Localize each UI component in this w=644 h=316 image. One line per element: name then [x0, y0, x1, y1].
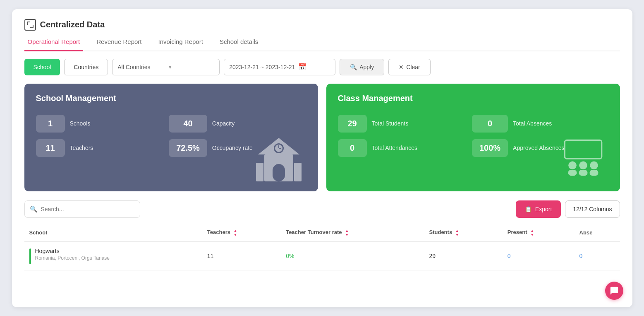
clear-button[interactable]: ✕ Clear [388, 59, 430, 75]
col-present[interactable]: Present ▲▼ [503, 224, 575, 241]
capacity-count: 40 [169, 115, 207, 133]
main-card: Centralized Data Operational Report Reve… [12, 9, 632, 307]
school-management-title: School Management [36, 94, 306, 103]
app-icon [24, 19, 36, 31]
schools-count: 1 [36, 115, 65, 133]
table-wrap: School Teachers ▲▼ Teacher Turnover rate… [24, 224, 620, 270]
total-students-count: 29 [338, 115, 367, 133]
school-filter-button[interactable]: School [24, 59, 60, 75]
search-icon-apply: 🔍 [350, 64, 357, 70]
svg-rect-15 [589, 169, 598, 176]
sort-icon-present: ▲▼ [530, 229, 534, 237]
chevron-down-icon: ▼ [168, 64, 214, 70]
class-management-card: Class Management 29 Total Students 0 Tot… [326, 84, 620, 191]
school-name: Hogwarts [35, 248, 110, 254]
icon-corners [27, 22, 34, 28]
svg-rect-8 [294, 163, 302, 181]
capacity-label: Capacity [212, 120, 306, 127]
right-controls-group: 📋 Export 12/12 Columns [516, 200, 620, 218]
svg-rect-13 [579, 169, 587, 176]
app-title: Centralized Data [40, 20, 105, 29]
tab-school-details[interactable]: School details [216, 38, 261, 51]
sort-icon-turnover: ▲▼ [345, 229, 349, 237]
svg-point-12 [579, 161, 587, 169]
col-absent: Abse [575, 224, 620, 241]
col-students[interactable]: Students ▲▼ [424, 224, 503, 241]
date-range-value: 2023-12-21 ~ 2023-12-21 [229, 64, 295, 70]
search-input[interactable] [41, 206, 135, 212]
cell-school: Hogwarts Romania, Portoceni, Orgu Tanase [24, 241, 202, 270]
table-row: Hogwarts Romania, Portoceni, Orgu Tanase… [24, 241, 620, 270]
tab-revenue[interactable]: Revenue Report [93, 38, 145, 51]
date-picker[interactable]: 2023-12-21 ~ 2023-12-21 📅 [224, 59, 335, 75]
cell-absent: 0 [575, 241, 620, 270]
occupancy-count: 72.5% [169, 139, 207, 157]
table-header: School Teachers ▲▼ Teacher Turnover rate… [24, 224, 620, 241]
cell-turnover: 0% [281, 241, 424, 270]
total-absences-count: 0 [472, 115, 508, 133]
sort-icon-teachers: ▲▼ [234, 229, 237, 237]
total-students-label: Total Students [372, 120, 467, 127]
total-attendances-label: Total Attendances [372, 145, 467, 151]
svg-rect-2 [273, 164, 285, 181]
table-body: Hogwarts Romania, Portoceni, Orgu Tanase… [24, 241, 620, 270]
export-icon: 📋 [525, 206, 532, 212]
cards-row: School Management 1 Schools 40 Capacity … [24, 84, 620, 191]
class-stats-grid: 29 Total Students 0 Total Absences 0 Tot… [338, 115, 608, 157]
export-button[interactable]: 📋 Export [516, 200, 561, 218]
total-absences-label: Total Absences [513, 120, 608, 127]
tab-invoicing[interactable]: Invoicing Report [155, 38, 206, 51]
occupancy-label: Occupancy rate [212, 145, 306, 151]
search-input-wrap[interactable]: 🔍 [24, 200, 140, 218]
col-teachers[interactable]: Teachers ▲▼ [202, 224, 281, 241]
teachers-label: Teachers [70, 145, 164, 151]
chat-bubble-button[interactable] [605, 282, 623, 300]
filters-row: School Countries All Countries ▼ 2023-12… [24, 59, 620, 75]
columns-button[interactable]: 12/12 Columns [565, 200, 620, 218]
cell-present: 0 [503, 241, 575, 270]
cell-students: 29 [424, 241, 503, 270]
app-title-row: Centralized Data [24, 19, 620, 31]
col-school: School [24, 224, 202, 241]
sort-icon-students: ▲▼ [455, 229, 459, 237]
tabs-row: Operational Report Revenue Report Invoic… [24, 38, 620, 51]
col-turnover[interactable]: Teacher Turnover rate ▲▼ [281, 224, 424, 241]
search-icon: 🔍 [30, 205, 38, 213]
apply-button[interactable]: 🔍 Apply [340, 59, 384, 75]
class-management-title: Class Management [338, 94, 608, 103]
data-table: School Teachers ▲▼ Teacher Turnover rate… [24, 224, 620, 270]
approved-absences-label: Approved Absences [513, 145, 608, 151]
svg-rect-7 [256, 163, 263, 181]
calendar-icon: 📅 [298, 63, 306, 71]
school-stats-grid: 1 Schools 40 Capacity 11 Teachers 72.5% … [36, 115, 306, 157]
tab-operational[interactable]: Operational Report [24, 38, 84, 51]
svg-rect-11 [568, 169, 577, 176]
close-icon-clear: ✕ [399, 64, 404, 70]
total-attendances-count: 0 [338, 139, 367, 157]
cell-teachers: 11 [202, 241, 281, 270]
svg-point-10 [568, 161, 577, 169]
svg-point-14 [590, 161, 598, 169]
countries-dropdown[interactable]: All Countries ▼ [112, 59, 220, 75]
table-controls: 🔍 📋 Export 12/12 Columns [24, 200, 620, 218]
green-bar [29, 248, 31, 264]
countries-filter-button[interactable]: Countries [64, 59, 108, 75]
school-sub: Romania, Portoceni, Orgu Tanase [35, 255, 110, 261]
approved-absences-count: 100% [472, 139, 508, 157]
teachers-count: 11 [36, 139, 65, 157]
schools-label: Schools [70, 120, 164, 127]
countries-dropdown-value: All Countries [117, 64, 164, 70]
app-container: Centralized Data Operational Report Reve… [0, 0, 644, 316]
school-management-card: School Management 1 Schools 40 Capacity … [24, 84, 318, 191]
